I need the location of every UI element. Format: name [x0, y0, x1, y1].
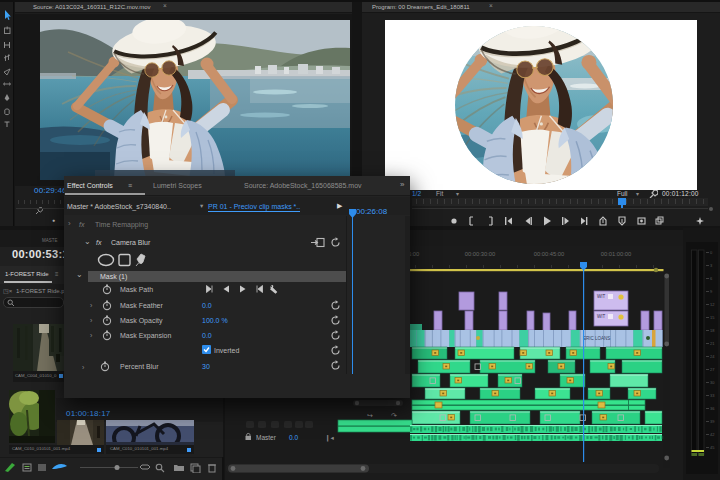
- svg-text:36: 36: [710, 406, 715, 411]
- svg-text:39: 39: [710, 419, 715, 424]
- svg-text:Master: Master: [256, 434, 277, 441]
- svg-text:ERIC LOANS: ERIC LOANS: [583, 336, 610, 341]
- svg-text:15: 15: [710, 315, 715, 320]
- svg-text:00:00:45:00: 00:00:45:00: [534, 251, 565, 257]
- svg-text:00:00:30:00: 00:00:30:00: [465, 251, 496, 257]
- svg-text:❙◂: ❙◂: [325, 434, 334, 442]
- svg-text:18: 18: [710, 328, 715, 333]
- svg-text:↪: ↪: [367, 412, 373, 419]
- svg-text:00:01:00:00: 00:01:00:00: [601, 251, 632, 257]
- svg-text:12: 12: [710, 302, 715, 307]
- svg-text:↷: ↷: [391, 412, 397, 419]
- svg-text:WIT: WIT: [597, 294, 605, 299]
- svg-text:45: 45: [710, 445, 715, 450]
- svg-text:24: 24: [710, 354, 715, 359]
- svg-text:27: 27: [710, 367, 715, 372]
- svg-text:30: 30: [710, 380, 715, 385]
- svg-text:WIT: WIT: [597, 314, 605, 319]
- svg-text:21: 21: [710, 341, 715, 346]
- svg-text:0.0: 0.0: [289, 434, 298, 441]
- svg-text:42: 42: [710, 432, 715, 437]
- svg-text:33: 33: [710, 393, 715, 398]
